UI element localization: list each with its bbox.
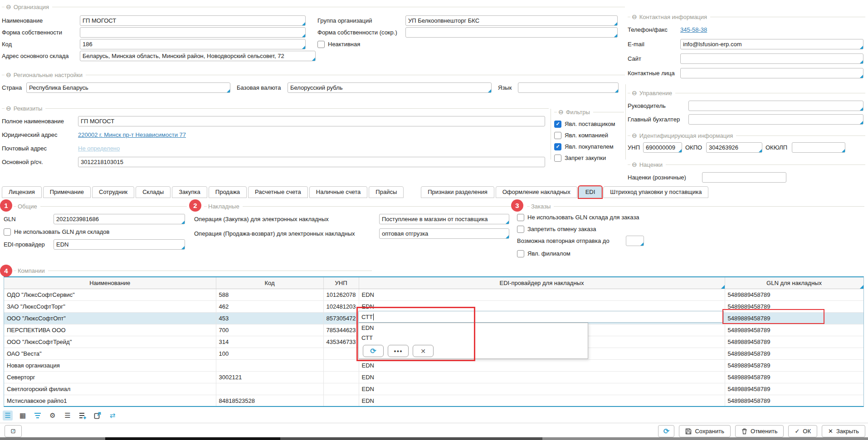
cell-code[interactable]: 84818523528 (216, 395, 323, 407)
tab-Лицензия[interactable]: Лицензия (2, 186, 42, 198)
table-row[interactable]: Мстиславское райпо184818523528EDN5489889… (4, 395, 863, 407)
full-name-field[interactable] (78, 116, 545, 126)
currency-field[interactable] (288, 82, 492, 93)
tab-Наличные счета[interactable]: Наличные счета (309, 186, 368, 198)
cell-name[interactable]: Новая организация (4, 360, 216, 372)
tab-EDI[interactable]: EDI (579, 186, 602, 198)
cell-name[interactable]: Светлогорский филиал (4, 383, 216, 395)
cell-name[interactable]: Мстиславское райпо1 (4, 395, 216, 407)
cell-code[interactable]: 588 (216, 289, 323, 301)
resend-until-input[interactable] (626, 236, 644, 246)
gln-input[interactable] (54, 214, 185, 224)
warehouse-address-field[interactable] (80, 51, 316, 61)
no-gln-warehouses-checkbox[interactable]: Не использовать GLN для складов (4, 228, 109, 236)
tab-Продажа[interactable]: Продажа (209, 186, 247, 198)
cell-gln[interactable]: 5489889458789 (725, 395, 863, 407)
sale-return-op-field[interactable] (379, 228, 509, 239)
cell-unp[interactable]: 435346733 (323, 336, 359, 348)
org-group-field[interactable] (405, 15, 618, 26)
collapse-icon[interactable]: ⊖ (6, 4, 11, 10)
cell-name[interactable]: ПЕРСПЕКТИВА ООО (4, 324, 216, 336)
cell-unp[interactable]: 101262078 (323, 289, 359, 301)
checkbox-box[interactable] (554, 155, 561, 162)
ok-button[interactable]: ✓ ОК (788, 425, 817, 437)
col-header-unp[interactable]: УНП (323, 277, 359, 289)
no-gln-order-checkbox[interactable]: Не использовать GLN склада для заказа (517, 214, 639, 221)
cell-unp[interactable] (323, 348, 359, 360)
company-checkbox[interactable]: Явл. компанией (554, 132, 608, 139)
close-button[interactable]: ✕ Закрыть (822, 425, 865, 437)
cell-code[interactable] (216, 360, 323, 372)
head-field[interactable] (688, 101, 863, 111)
checkbox-box[interactable] (517, 250, 524, 257)
tab-Расчетные счета[interactable]: Расчетные счета (248, 186, 308, 198)
refresh-button[interactable]: ⟳ (658, 425, 674, 437)
okulp-field[interactable] (792, 142, 845, 153)
cell-gln[interactable]: 5489889458789 (725, 372, 863, 383)
site-input[interactable] (680, 53, 863, 64)
tab-Оформление накладных[interactable]: Оформление накладных (496, 186, 577, 198)
customer-checkbox[interactable]: Явл. покупателем (554, 143, 614, 150)
cell-gln[interactable]: 5489889458789 (725, 313, 863, 324)
cell-gln[interactable]: 5489889458789 (725, 360, 863, 372)
retail-markup-input[interactable] (702, 172, 786, 183)
cell-edi[interactable]: EDN (359, 395, 725, 407)
collapse-icon[interactable]: ⊖ (632, 132, 637, 139)
cell-edi[interactable]: EDN (359, 360, 725, 372)
collapse-icon[interactable]: ⊖ (632, 90, 637, 96)
cell-edi[interactable]: EDN (359, 372, 725, 383)
postal-address-link[interactable]: Не определено (78, 145, 120, 152)
col-header-gln[interactable]: GLN для накладных (725, 277, 863, 289)
cell-name[interactable]: ОДО "ЛюксСофтСервис" (4, 289, 216, 301)
collapse-icon[interactable]: ⊖ (558, 109, 564, 115)
cell-name[interactable]: ООО "ЛюксСофтОпт" (4, 313, 216, 324)
cell-edi[interactable]: EDN (359, 383, 725, 395)
phone-link[interactable]: 345-58-38 (680, 26, 707, 33)
accountant-input[interactable] (688, 114, 863, 125)
export-icon[interactable] (93, 411, 102, 421)
name-field[interactable] (80, 15, 306, 26)
dropdown-option[interactable]: EDN (359, 323, 588, 333)
cell-name[interactable]: ОАО "Веста" (4, 348, 216, 360)
cell-gln[interactable]: 5489889458789 (725, 289, 863, 301)
purchase-op-input[interactable] (379, 214, 509, 224)
ownership-input[interactable] (80, 27, 306, 38)
tab-Прайсы[interactable]: Прайсы (369, 186, 404, 198)
table-row[interactable]: Светлогорский филиалEDN5489889458789 (4, 383, 863, 395)
cell-gln[interactable]: 5489889458789 (725, 301, 863, 313)
tab-Штрихкод упаковки у поставщика[interactable]: Штрихкод упаковки у поставщика (603, 186, 708, 198)
tab-Примечание[interactable]: Примечание (43, 186, 91, 198)
ownership-short-input[interactable] (405, 27, 618, 38)
settings-gear-icon[interactable]: ⚙ (48, 411, 58, 421)
tab-Сотрудник[interactable]: Сотрудник (92, 186, 134, 198)
col-header-edi-provider[interactable]: EDI-провайдер для накладных (359, 277, 725, 289)
dropdown-option[interactable]: СТТ (359, 333, 588, 343)
col-header-code[interactable]: Код (216, 277, 323, 289)
legal-address-link[interactable]: 220002 г. Минск пр-т Независимости 77 (78, 131, 186, 138)
collapse-icon[interactable]: ⊖ (632, 161, 637, 168)
retail-markup-field[interactable] (702, 172, 786, 183)
code-field[interactable] (80, 39, 306, 49)
cell-gln[interactable]: 5489889458789 (725, 324, 863, 336)
unp-field[interactable] (643, 142, 682, 153)
supplier-checkbox[interactable]: Явл. поставщиком (554, 121, 615, 128)
checkbox-box[interactable] (517, 226, 524, 233)
edi-provider-field[interactable] (54, 239, 185, 250)
okpo-input[interactable] (706, 142, 762, 153)
ownership-short-field[interactable] (405, 27, 618, 38)
cell-unp[interactable] (323, 383, 359, 395)
email-field[interactable] (680, 39, 863, 49)
cell-code[interactable]: 3002121 (216, 372, 323, 383)
tab-Признаки разделения[interactable]: Признаки разделения (421, 186, 494, 198)
filter-icon[interactable] (33, 411, 43, 421)
cell-code[interactable]: 700 (216, 324, 323, 336)
cell-name[interactable]: ООО "ЛюксСофтТрейд" (4, 336, 216, 348)
checkbox-box[interactable] (554, 121, 561, 128)
group-tree-icon[interactable]: ☰ (3, 411, 13, 421)
checkbox-box[interactable] (317, 41, 325, 48)
accountant-field[interactable] (688, 114, 863, 125)
table-row[interactable]: Бешенковичский облпотребсоюзEDN548988945… (4, 407, 863, 407)
table-row[interactable]: Северторг3002121EDN5489889458789 (4, 372, 863, 383)
edi-provider-cell-editor[interactable]: СТТ (358, 311, 724, 323)
resend-until-field[interactable] (626, 236, 644, 246)
